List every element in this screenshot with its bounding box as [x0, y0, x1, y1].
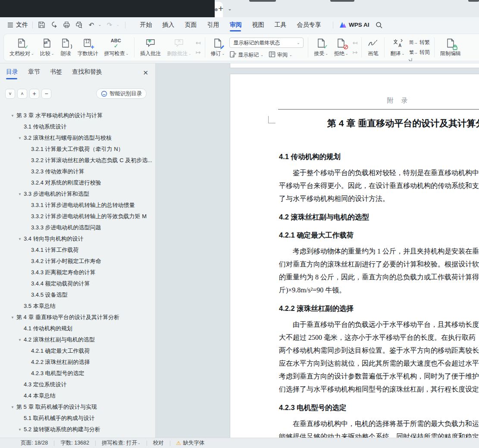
toc-item[interactable]: 3.5 本章总结 — [0, 301, 155, 312]
page-indicator[interactable]: 页面: 18/28 — [21, 439, 48, 447]
toc-item[interactable]: 4.4 本章总结 — [0, 390, 155, 401]
toc-item[interactable]: ▼第 3 章 水平移动机构的设计与计算 — [0, 110, 155, 121]
ribbon-group-divider — [434, 38, 435, 57]
word-count-indicator[interactable]: 字数: 13682 — [60, 439, 89, 447]
toc-collapse-icon[interactable]: ▼ — [18, 338, 22, 342]
toc-item[interactable]: ▼第 5 章 取药机械手的设计与实现 — [0, 401, 155, 413]
chevron-up-button[interactable]: ˄ — [17, 89, 27, 99]
ribbon-resize-icon[interactable] — [408, 57, 412, 61]
toc-collapse-icon[interactable]: ▼ — [11, 316, 14, 320]
comment-delete-button[interactable]: ✕ 删除批注⌄ — [164, 34, 194, 61]
new-tab-button[interactable]: + — [218, 3, 223, 14]
next-change-icon[interactable]: ↦ — [353, 49, 358, 55]
menu-tab-插入[interactable]: 插入 — [162, 17, 175, 32]
toc-item[interactable]: 3.2.1 计算最大工作载荷（牵引力 N） — [0, 144, 155, 155]
toc-item[interactable]: 3.4.5 设备选型 — [0, 289, 155, 301]
chevron-down-button[interactable]: ˅ — [5, 89, 15, 99]
wps-ai-button[interactable]: WPS AI — [339, 22, 369, 28]
doc-read-button[interactable]: ≡) 朗读 — [57, 34, 74, 61]
toc-item[interactable]: ▼3.4 转向导向机构的设计 — [0, 233, 155, 244]
toc-item[interactable]: ▼3.2 滚珠丝杠与螺母副的选型与校核 — [0, 132, 155, 144]
toc-item[interactable]: ▼3.3 步进电机的计算和选型 — [0, 188, 155, 200]
menu-tab-引用[interactable]: 引用 — [207, 17, 219, 32]
menu-tab-审阅[interactable]: 审阅 — [229, 17, 242, 32]
next-comment-icon[interactable]: ↦ — [196, 49, 201, 55]
redo-caret[interactable]: ⌄ — [116, 23, 119, 27]
sidebar-tab-查找和替换[interactable]: 查找和替换 — [72, 68, 102, 79]
undo-caret[interactable]: ⌄ — [98, 23, 101, 27]
toc-item[interactable]: ▼5.2 旋转驱动系统的构建与分析 — [0, 424, 155, 435]
minus-button[interactable]: − — [41, 89, 51, 99]
toc-item[interactable]: 4.2.1 确定最大工作载荷 — [0, 345, 155, 357]
toc-collapse-icon[interactable]: ▼ — [18, 428, 22, 432]
translate-button[interactable]: A 翻译⌄ — [387, 34, 407, 61]
file-menu[interactable]: 文件 — [7, 21, 28, 29]
show-markup-button[interactable]: 显示标记⌄ — [229, 51, 263, 59]
redo-button[interactable]: ↷ — [105, 21, 114, 29]
toc-item[interactable]: 3.3.3 步进电动机的选型问题 — [0, 222, 155, 233]
print-preview-icon[interactable] — [75, 21, 83, 29]
reject-button[interactable]: 拒绝⌄ — [331, 34, 351, 61]
pen-button[interactable]: 画笔 — [364, 34, 382, 61]
sidebar-close-icon[interactable]: ✕ — [143, 69, 148, 77]
missing-font-warning[interactable]: ⚠ 缺失字体 — [176, 439, 205, 447]
toc-item[interactable]: 3.3.1 计算步进电动机转轴上的总转动惯量 — [0, 200, 155, 211]
sidebar-tab-目录[interactable]: 目录 — [6, 68, 18, 79]
sidebar-tab-书签[interactable]: 书签 — [50, 68, 62, 79]
menu-tab-开始[interactable]: 开始 — [139, 17, 152, 32]
toc-item[interactable]: 3.1 传动系统设计 — [0, 121, 155, 132]
toc-item[interactable]: ▼4.2 滚珠丝杠副与电机的选型 — [0, 334, 155, 345]
review-pane-button[interactable]: 审阅⌄ — [269, 51, 292, 59]
word-count-button[interactable]: 12+ 字数统计 — [74, 34, 101, 61]
toc-item[interactable]: 5.1 取药机械手的构成与设计 — [0, 413, 155, 424]
doc-proof-button[interactable]: a✓ 文档校对⌄ — [6, 34, 37, 61]
toc-item[interactable]: 4.3 定位系统设计 — [0, 379, 155, 390]
accept-button[interactable]: ✓ 接受⌄ — [311, 34, 331, 61]
plus-button[interactable]: + — [29, 89, 39, 99]
document-page[interactable]: 附 录 第 4 章 垂直移动平台的设计及其计算分析 4.1 传动机构的规划 鉴于… — [230, 74, 479, 438]
previous-page-bottom[interactable] — [230, 63, 479, 68]
toc-item[interactable]: ▼第 4 章 垂直移动平台的设计及其计算分析 — [0, 312, 155, 323]
toc-item[interactable]: 4.2.3 电机型号的选定 — [0, 368, 155, 379]
save-icon[interactable] — [37, 21, 46, 29]
print-icon[interactable] — [62, 21, 71, 29]
toc-collapse-icon[interactable]: ▼ — [18, 136, 22, 140]
sidebar-tab-章节[interactable]: 章节 — [28, 68, 40, 79]
track-changes-button[interactable]: 修订⌄ — [208, 34, 228, 61]
prev-comment-icon[interactable]: ↤ — [196, 40, 201, 46]
toc-item[interactable]: 3.4.1 计算工作载荷 — [0, 244, 155, 256]
toc-item[interactable]: 4.2.2 滚珠丝杠副的选择 — [0, 357, 155, 368]
toc-collapse-icon[interactable]: ▼ — [11, 405, 14, 409]
toc-item[interactable]: 3.3.2 计算步进电动机转轴上的等效负载力矩 M — [0, 211, 155, 222]
toc-item[interactable]: 3.2.4 对系统的刚度进行校验 — [0, 177, 155, 188]
toc-item[interactable]: 3.2.3 传动效率的计算 — [0, 166, 155, 177]
toc-item[interactable]: 4.1 传动机构的规划 — [0, 323, 155, 334]
tab-list-caret-button[interactable]: ⌄ — [228, 6, 232, 12]
doc-compare-button[interactable]: ⇄ 比较⌄ — [37, 34, 57, 61]
spellcheck-toggle[interactable]: 拼写检查: 打开⌄ — [102, 439, 141, 447]
comment-add-button[interactable]: + 插入批注 — [137, 34, 164, 61]
smart-toc-button[interactable]: 智能识别目录 — [96, 88, 147, 99]
to-simp-button[interactable]: 繁→转简 — [409, 49, 430, 56]
search-icon[interactable] — [376, 22, 382, 28]
markup-state-dropdown[interactable]: 显示标记的最终状态⌄ — [229, 38, 304, 48]
toc-collapse-icon[interactable]: ▼ — [18, 192, 22, 196]
proofread-button[interactable]: 校对 — [153, 439, 164, 447]
undo-button[interactable]: ↶ — [87, 21, 96, 29]
export-icon[interactable] — [50, 21, 58, 29]
toc-item[interactable]: 3.2.2 计算滚动丝杠的最大动态负载 C 及初步选... — [0, 155, 155, 166]
toc-collapse-icon[interactable]: ▼ — [11, 114, 14, 118]
toc-item-label: 3.3.1 计算步进电动机转轴上的总转动惯量 — [31, 201, 135, 209]
menu-tab-视图[interactable]: 视图 — [251, 17, 264, 32]
spell-check-button[interactable]: ABC✓ 拼写检查⌄ — [101, 34, 131, 61]
toc-item[interactable]: 3.4.4 额定动载荷的计算 — [0, 278, 155, 289]
to-trad-button[interactable]: 简→转繁 — [409, 39, 430, 46]
menu-tab-会员专享[interactable]: 会员专享 — [296, 17, 321, 32]
restrict-edit-button[interactable]: 限制编辑 — [437, 34, 464, 61]
toc-item[interactable]: 3.4.3 距离额定寿命的计算 — [0, 267, 155, 278]
menu-tab-页面[interactable]: 页面 — [184, 17, 197, 32]
menu-tab-工具[interactable]: 工具 — [274, 17, 287, 32]
prev-change-icon[interactable]: ↤ — [353, 40, 358, 46]
toc-item[interactable]: 3.4.2 计算小时额定工作寿命 — [0, 256, 155, 267]
toc-collapse-icon[interactable]: ▼ — [18, 237, 22, 241]
